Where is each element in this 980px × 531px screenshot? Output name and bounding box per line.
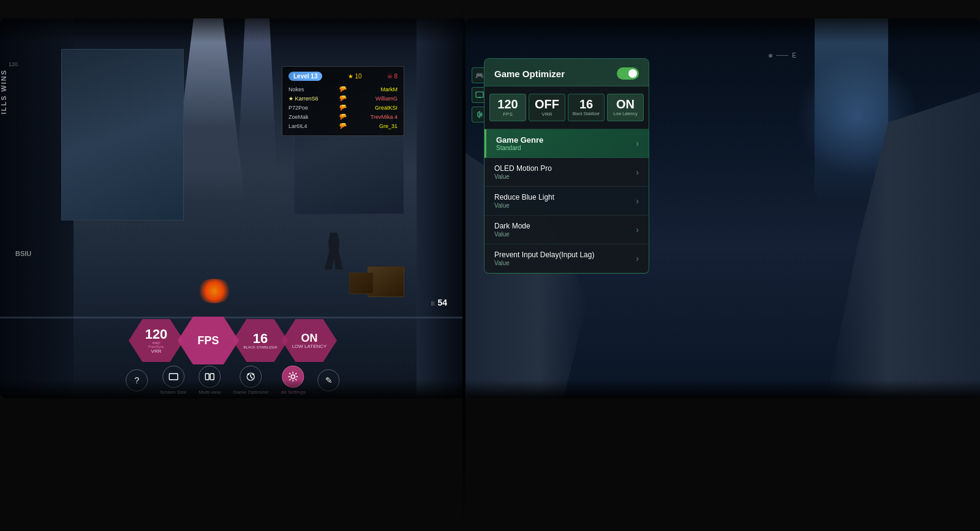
input-delay-chevron: › <box>636 254 639 263</box>
score-row-5: Lar6IL4 🔫 Gre_31 <box>288 121 398 130</box>
menu-item-reduce-blue[interactable]: Reduce Blue Light Value › <box>484 187 649 216</box>
svg-rect-1 <box>205 374 209 380</box>
oled-motion-title: OLED Motion Pro <box>494 164 552 173</box>
left-vignette-top <box>0 18 466 43</box>
muzzle-flash <box>196 279 233 303</box>
ammo-display: ||| 54 <box>431 298 447 307</box>
game-genre-title: Game Genre <box>496 135 543 145</box>
gun-icon-5: 🔫 <box>339 122 347 130</box>
level-badge: Level 13 <box>288 72 322 81</box>
menu-item-oled-motion[interactable]: OLED Motion Pro Value › <box>484 158 649 187</box>
reduce-blue-value: Value <box>494 202 554 209</box>
nav-dot-1 <box>769 54 772 58</box>
svg-rect-2 <box>210 374 214 380</box>
input-delay-title: Prevent Input Delay(Input Lag) <box>494 250 594 259</box>
qs-low-lat: ON Low Latency <box>607 94 644 121</box>
stat-center-fps: FPS <box>178 317 239 364</box>
bottom-area <box>0 380 980 531</box>
qs-black-stab: 16 Black Stabilizer <box>568 94 605 121</box>
crate-2 <box>349 273 374 294</box>
fps-indicator-topleft: 120 <box>9 61 18 67</box>
score-row-2: ★ KarrenS6 🔫 WilliamG <box>288 94 398 103</box>
oled-motion-chevron: › <box>636 167 639 177</box>
game-genre-value: Standard <box>496 145 543 151</box>
top-nav-dots: E <box>769 52 796 59</box>
ills-wins-label: ills wins <box>0 69 7 115</box>
menu-item-dark-mode[interactable]: Dark Mode Value › <box>484 216 649 244</box>
qs-vrr-label: VRR <box>542 111 552 117</box>
game-genre-content: Game Genre Standard <box>496 135 543 151</box>
screens-container: BSIU ||| 54 ills wins 120 Level 13 ★ 10 … <box>0 0 980 531</box>
star-count: ★ 10 <box>348 73 362 80</box>
stats-bar: 120 AMD FreeSync VRR FPS 16 Black Stabil… <box>132 317 334 364</box>
right-screen: E 🎮 Game Opti <box>466 18 980 398</box>
qs-black-stab-label: Black Stabilizer <box>573 111 600 116</box>
stat-fps: 120 AMD FreeSync VRR <box>129 319 184 362</box>
skull-count: ☠ 8 <box>387 73 398 80</box>
stat-low-lat: ON Low Latency <box>282 319 337 362</box>
oled-motion-content: OLED Motion Pro Value <box>494 164 552 180</box>
qs-fps-label: FPS <box>503 111 513 117</box>
dark-mode-value: Value <box>494 231 530 238</box>
input-delay-value: Value <box>494 260 594 266</box>
score-row-1: Nokes 🔫 MarkM <box>288 85 398 94</box>
dark-mode-content: Dark Mode Value <box>494 222 530 238</box>
quick-stats-row: 120 FPS OFF VRR 16 Black Stabilizer ON L… <box>484 86 649 129</box>
ammo-count: 54 <box>437 298 447 307</box>
reduce-blue-title: Reduce Blue Light <box>494 193 554 201</box>
optimizer-panel: Game Optimizer 120 FPS OFF VRR 16 Black … <box>484 58 649 274</box>
optimizer-header: Game Optimizer <box>484 59 649 86</box>
oled-motion-value: Value <box>494 173 552 180</box>
stat-black-stab: 16 Black Stabilizer <box>233 319 288 362</box>
right-vignette-bottom <box>466 380 980 398</box>
optimizer-toggle[interactable] <box>617 67 639 80</box>
scoreboard: Level 13 ★ 10 ☠ 8 Nokes 🔫 MarkM ★ Karren… <box>282 66 404 136</box>
right-vignette-top <box>466 18 980 43</box>
qs-fps-val: 120 <box>497 98 518 110</box>
optimizer-title: Game Optimizer <box>494 69 565 79</box>
dark-mode-chevron: › <box>636 225 639 235</box>
svg-rect-7 <box>476 92 483 97</box>
score-row-4: ZoeMak 🔫 TrevMika 4 <box>288 112 398 121</box>
game-genre-chevron: › <box>636 138 639 148</box>
left-screen: BSIU ||| 54 ills wins 120 Level 13 ★ 10 … <box>0 18 466 398</box>
menu-item-input-delay[interactable]: Prevent Input Delay(Input Lag) Value › <box>484 244 649 273</box>
menu-section: Game Genre Standard › OLED Motion Pro Va… <box>484 129 649 273</box>
svg-point-5 <box>252 374 254 375</box>
left-vignette-bottom <box>0 380 466 398</box>
score-row-3: P72Poe 🔫 GreatKSI <box>288 103 398 112</box>
svg-rect-0 <box>169 374 178 380</box>
wall-right <box>417 18 466 398</box>
gun-icon-4: 🔫 <box>339 113 347 121</box>
qs-fps: 120 FPS <box>489 94 526 121</box>
gun-icon-2: 🔫 <box>339 94 347 102</box>
bsiu-label: BSIU <box>15 250 31 257</box>
nav-line-1 <box>776 55 788 56</box>
qs-vrr: OFF VRR <box>529 94 565 121</box>
qs-low-lat-val: ON <box>616 98 635 110</box>
gun-icon-1: 🔫 <box>339 85 347 93</box>
dark-mode-title: Dark Mode <box>494 222 530 230</box>
reduce-blue-chevron: › <box>636 196 639 206</box>
qs-low-lat-label: Low Latency <box>613 111 637 116</box>
building-mid <box>61 49 184 220</box>
nav-label-e: E <box>792 52 796 59</box>
svg-point-4 <box>247 374 249 375</box>
svg-marker-9 <box>478 111 480 118</box>
score-header: Level 13 ★ 10 ☠ 8 <box>288 72 398 81</box>
input-delay-content: Prevent Input Delay(Input Lag) Value <box>494 250 594 266</box>
svg-point-6 <box>292 375 295 378</box>
gun-icon-3: 🔫 <box>339 104 347 111</box>
menu-item-game-genre[interactable]: Game Genre Standard › <box>484 129 649 158</box>
screen-separator <box>462 0 466 531</box>
reduce-blue-content: Reduce Blue Light Value <box>494 193 554 209</box>
qs-vrr-val: OFF <box>535 98 559 110</box>
qs-black-stab-val: 16 <box>579 98 593 110</box>
